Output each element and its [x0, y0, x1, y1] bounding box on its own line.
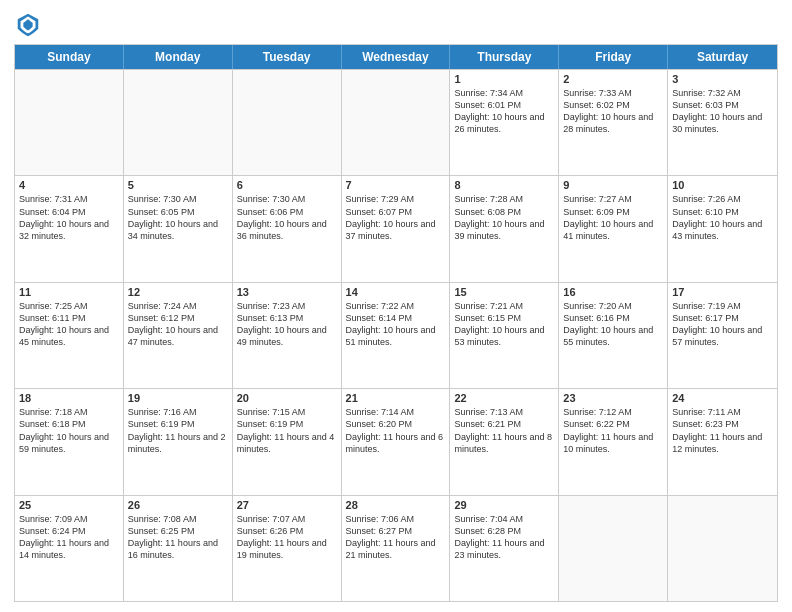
calendar-cell: 7Sunrise: 7:29 AMSunset: 6:07 PMDaylight… — [342, 176, 451, 281]
day-number: 24 — [672, 392, 773, 404]
calendar-cell: 24Sunrise: 7:11 AMSunset: 6:23 PMDayligh… — [668, 389, 777, 494]
cell-info: Sunrise: 7:23 AMSunset: 6:13 PMDaylight:… — [237, 300, 337, 349]
cell-info: Sunrise: 7:24 AMSunset: 6:12 PMDaylight:… — [128, 300, 228, 349]
calendar-cell: 11Sunrise: 7:25 AMSunset: 6:11 PMDayligh… — [15, 283, 124, 388]
calendar-header-cell: Friday — [559, 45, 668, 69]
header — [14, 10, 778, 38]
cell-info: Sunrise: 7:22 AMSunset: 6:14 PMDaylight:… — [346, 300, 446, 349]
calendar-row: 11Sunrise: 7:25 AMSunset: 6:11 PMDayligh… — [15, 282, 777, 388]
day-number: 25 — [19, 499, 119, 511]
cell-info: Sunrise: 7:16 AMSunset: 6:19 PMDaylight:… — [128, 406, 228, 455]
calendar-cell — [668, 496, 777, 601]
day-number: 17 — [672, 286, 773, 298]
calendar-cell: 27Sunrise: 7:07 AMSunset: 6:26 PMDayligh… — [233, 496, 342, 601]
cell-info: Sunrise: 7:32 AMSunset: 6:03 PMDaylight:… — [672, 87, 773, 136]
cell-info: Sunrise: 7:28 AMSunset: 6:08 PMDaylight:… — [454, 193, 554, 242]
day-number: 8 — [454, 179, 554, 191]
calendar-cell — [15, 70, 124, 175]
day-number: 7 — [346, 179, 446, 191]
cell-info: Sunrise: 7:30 AMSunset: 6:05 PMDaylight:… — [128, 193, 228, 242]
cell-info: Sunrise: 7:29 AMSunset: 6:07 PMDaylight:… — [346, 193, 446, 242]
calendar-row: 25Sunrise: 7:09 AMSunset: 6:24 PMDayligh… — [15, 495, 777, 601]
cell-info: Sunrise: 7:26 AMSunset: 6:10 PMDaylight:… — [672, 193, 773, 242]
calendar-cell: 4Sunrise: 7:31 AMSunset: 6:04 PMDaylight… — [15, 176, 124, 281]
calendar-row: 4Sunrise: 7:31 AMSunset: 6:04 PMDaylight… — [15, 175, 777, 281]
day-number: 3 — [672, 73, 773, 85]
cell-info: Sunrise: 7:31 AMSunset: 6:04 PMDaylight:… — [19, 193, 119, 242]
day-number: 1 — [454, 73, 554, 85]
day-number: 26 — [128, 499, 228, 511]
day-number: 22 — [454, 392, 554, 404]
calendar-cell: 17Sunrise: 7:19 AMSunset: 6:17 PMDayligh… — [668, 283, 777, 388]
calendar-cell: 2Sunrise: 7:33 AMSunset: 6:02 PMDaylight… — [559, 70, 668, 175]
calendar-cell: 12Sunrise: 7:24 AMSunset: 6:12 PMDayligh… — [124, 283, 233, 388]
cell-info: Sunrise: 7:11 AMSunset: 6:23 PMDaylight:… — [672, 406, 773, 455]
day-number: 18 — [19, 392, 119, 404]
calendar-header-cell: Thursday — [450, 45, 559, 69]
calendar-cell — [233, 70, 342, 175]
day-number: 6 — [237, 179, 337, 191]
calendar-cell: 29Sunrise: 7:04 AMSunset: 6:28 PMDayligh… — [450, 496, 559, 601]
calendar-cell: 15Sunrise: 7:21 AMSunset: 6:15 PMDayligh… — [450, 283, 559, 388]
calendar-cell: 19Sunrise: 7:16 AMSunset: 6:19 PMDayligh… — [124, 389, 233, 494]
calendar-cell — [124, 70, 233, 175]
cell-info: Sunrise: 7:12 AMSunset: 6:22 PMDaylight:… — [563, 406, 663, 455]
cell-info: Sunrise: 7:19 AMSunset: 6:17 PMDaylight:… — [672, 300, 773, 349]
day-number: 9 — [563, 179, 663, 191]
day-number: 4 — [19, 179, 119, 191]
day-number: 12 — [128, 286, 228, 298]
calendar-header-cell: Sunday — [15, 45, 124, 69]
cell-info: Sunrise: 7:08 AMSunset: 6:25 PMDaylight:… — [128, 513, 228, 562]
cell-info: Sunrise: 7:21 AMSunset: 6:15 PMDaylight:… — [454, 300, 554, 349]
day-number: 2 — [563, 73, 663, 85]
calendar-cell: 6Sunrise: 7:30 AMSunset: 6:06 PMDaylight… — [233, 176, 342, 281]
calendar-header-cell: Saturday — [668, 45, 777, 69]
calendar-cell: 13Sunrise: 7:23 AMSunset: 6:13 PMDayligh… — [233, 283, 342, 388]
calendar-cell: 16Sunrise: 7:20 AMSunset: 6:16 PMDayligh… — [559, 283, 668, 388]
calendar-cell: 1Sunrise: 7:34 AMSunset: 6:01 PMDaylight… — [450, 70, 559, 175]
calendar: SundayMondayTuesdayWednesdayThursdayFrid… — [14, 44, 778, 602]
calendar-cell: 8Sunrise: 7:28 AMSunset: 6:08 PMDaylight… — [450, 176, 559, 281]
calendar-cell: 23Sunrise: 7:12 AMSunset: 6:22 PMDayligh… — [559, 389, 668, 494]
cell-info: Sunrise: 7:25 AMSunset: 6:11 PMDaylight:… — [19, 300, 119, 349]
day-number: 21 — [346, 392, 446, 404]
day-number: 11 — [19, 286, 119, 298]
calendar-cell: 22Sunrise: 7:13 AMSunset: 6:21 PMDayligh… — [450, 389, 559, 494]
calendar-cell — [559, 496, 668, 601]
cell-info: Sunrise: 7:04 AMSunset: 6:28 PMDaylight:… — [454, 513, 554, 562]
calendar-cell: 25Sunrise: 7:09 AMSunset: 6:24 PMDayligh… — [15, 496, 124, 601]
calendar-cell: 26Sunrise: 7:08 AMSunset: 6:25 PMDayligh… — [124, 496, 233, 601]
cell-info: Sunrise: 7:13 AMSunset: 6:21 PMDaylight:… — [454, 406, 554, 455]
calendar-cell: 18Sunrise: 7:18 AMSunset: 6:18 PMDayligh… — [15, 389, 124, 494]
day-number: 16 — [563, 286, 663, 298]
calendar-cell: 5Sunrise: 7:30 AMSunset: 6:05 PMDaylight… — [124, 176, 233, 281]
day-number: 10 — [672, 179, 773, 191]
cell-info: Sunrise: 7:09 AMSunset: 6:24 PMDaylight:… — [19, 513, 119, 562]
cell-info: Sunrise: 7:20 AMSunset: 6:16 PMDaylight:… — [563, 300, 663, 349]
page: SundayMondayTuesdayWednesdayThursdayFrid… — [0, 0, 792, 612]
day-number: 23 — [563, 392, 663, 404]
calendar-cell — [342, 70, 451, 175]
cell-info: Sunrise: 7:07 AMSunset: 6:26 PMDaylight:… — [237, 513, 337, 562]
calendar-cell: 3Sunrise: 7:32 AMSunset: 6:03 PMDaylight… — [668, 70, 777, 175]
calendar-cell: 20Sunrise: 7:15 AMSunset: 6:19 PMDayligh… — [233, 389, 342, 494]
calendar-header: SundayMondayTuesdayWednesdayThursdayFrid… — [15, 45, 777, 69]
cell-info: Sunrise: 7:18 AMSunset: 6:18 PMDaylight:… — [19, 406, 119, 455]
cell-info: Sunrise: 7:34 AMSunset: 6:01 PMDaylight:… — [454, 87, 554, 136]
cell-info: Sunrise: 7:33 AMSunset: 6:02 PMDaylight:… — [563, 87, 663, 136]
calendar-cell: 21Sunrise: 7:14 AMSunset: 6:20 PMDayligh… — [342, 389, 451, 494]
day-number: 19 — [128, 392, 228, 404]
day-number: 27 — [237, 499, 337, 511]
logo-icon — [14, 10, 42, 38]
day-number: 29 — [454, 499, 554, 511]
cell-info: Sunrise: 7:14 AMSunset: 6:20 PMDaylight:… — [346, 406, 446, 455]
cell-info: Sunrise: 7:30 AMSunset: 6:06 PMDaylight:… — [237, 193, 337, 242]
calendar-header-cell: Tuesday — [233, 45, 342, 69]
calendar-header-cell: Monday — [124, 45, 233, 69]
day-number: 14 — [346, 286, 446, 298]
cell-info: Sunrise: 7:15 AMSunset: 6:19 PMDaylight:… — [237, 406, 337, 455]
day-number: 28 — [346, 499, 446, 511]
cell-info: Sunrise: 7:27 AMSunset: 6:09 PMDaylight:… — [563, 193, 663, 242]
calendar-body: 1Sunrise: 7:34 AMSunset: 6:01 PMDaylight… — [15, 69, 777, 601]
calendar-cell: 10Sunrise: 7:26 AMSunset: 6:10 PMDayligh… — [668, 176, 777, 281]
